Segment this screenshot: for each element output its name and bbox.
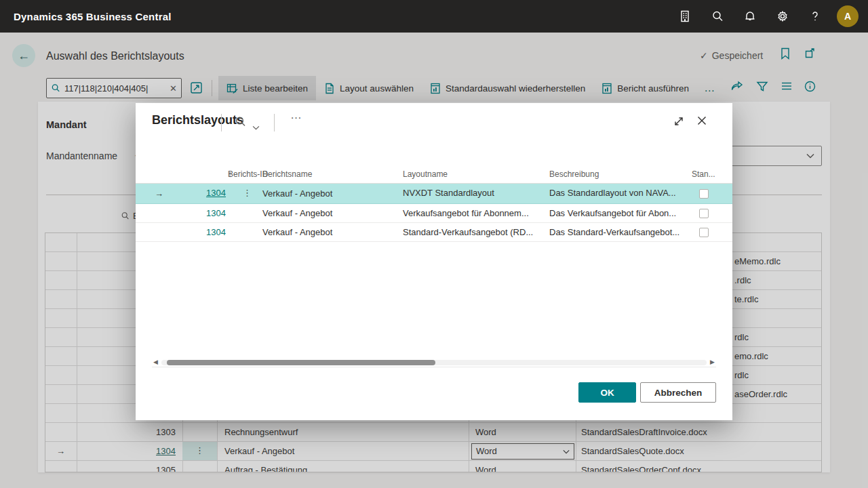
close-dialog-icon[interactable] xyxy=(696,115,708,129)
column-header-berichtsname[interactable]: Berichtsname xyxy=(262,165,312,183)
report-id-link[interactable]: 1304 xyxy=(163,184,226,203)
notifications-icon[interactable] xyxy=(734,0,766,33)
report-id-link[interactable]: 1304 xyxy=(163,223,226,242)
report-name-cell: Verkauf - Angebot xyxy=(262,184,332,204)
sort-ascending-icon: ↑ xyxy=(228,165,232,183)
row-ellipsis-icon[interactable]: ⋮ xyxy=(243,184,252,203)
scrollbar-track[interactable] xyxy=(161,360,707,365)
app-title: Dynamics 365 Business Central xyxy=(14,11,172,22)
dialog-table-rows: → 1304 ⋮ Verkauf - Angebot NVXDT Standar… xyxy=(136,184,732,242)
column-header-standard[interactable]: Stan... xyxy=(692,165,715,183)
report-name-cell: Verkauf - Angebot xyxy=(262,223,332,242)
avatar-initial: A xyxy=(837,5,859,27)
standard-checkbox[interactable] xyxy=(699,189,709,199)
layout-row-selected[interactable]: → 1304 ⋮ Verkauf - Angebot NVXDT Standar… xyxy=(136,184,732,204)
dialog-search-chevron-icon[interactable] xyxy=(252,121,260,133)
layout-name-cell: NVXDT Standardlayout xyxy=(403,184,494,203)
berichtslayouts-dialog: Berichtslayouts … Berichts-ID ↑ Berichts… xyxy=(136,103,732,420)
topbar-icons: A xyxy=(669,0,864,33)
report-id-link[interactable]: 1304 xyxy=(163,204,226,223)
dialog-more-icon[interactable]: … xyxy=(290,108,303,122)
layout-name-cell: Standard-Verkaufsangebot (RD... xyxy=(403,223,533,242)
company-icon[interactable] xyxy=(669,0,701,33)
report-name-cell: Verkauf - Angebot xyxy=(262,204,332,223)
layout-row[interactable]: 1304 Verkauf - Angebot Verkaufsangebot f… xyxy=(136,204,732,223)
screen: Dynamics 365 Business Central A ← xyxy=(0,0,868,488)
dialog-table-header: Berichts-ID ↑ Berichtsname Layoutname Be… xyxy=(136,165,732,184)
layout-name-cell: Verkaufsangebot für Abonnem... xyxy=(403,204,529,223)
layout-row[interactable]: 1304 Verkauf - Angebot Standard-Verkaufs… xyxy=(136,223,732,242)
settings-gear-icon[interactable] xyxy=(766,0,799,33)
cancel-button[interactable]: Abbrechen xyxy=(640,382,716,403)
search-icon[interactable] xyxy=(701,0,734,33)
standard-checkbox[interactable] xyxy=(699,209,709,218)
standard-checkbox[interactable] xyxy=(699,228,709,237)
dialog-title: Berichtslayouts xyxy=(152,113,243,127)
scroll-right-icon[interactable]: ▶ xyxy=(710,359,715,365)
dialog-divider xyxy=(274,114,275,131)
scroll-left-icon[interactable]: ◀ xyxy=(153,359,158,365)
column-header-beschreibung[interactable]: Beschreibung xyxy=(549,165,599,183)
dialog-divider xyxy=(221,114,222,131)
column-header-layoutname[interactable]: Layoutname xyxy=(403,165,448,183)
horizontal-scrollbar[interactable]: ◀ ▶ xyxy=(152,358,716,367)
dialog-search-icon[interactable] xyxy=(235,116,246,130)
description-cell: Das Standard-Verkaufsangebot... xyxy=(549,223,679,242)
description-cell: Das Standardlayout von NAVA... xyxy=(549,184,676,203)
account-avatar[interactable]: A xyxy=(831,0,864,33)
ok-button[interactable]: OK xyxy=(578,382,636,403)
description-cell: Das Verkaufsangebot für Abon... xyxy=(549,204,676,223)
top-bar: Dynamics 365 Business Central A xyxy=(0,0,868,33)
scrollbar-thumb[interactable] xyxy=(167,360,435,365)
help-icon[interactable] xyxy=(799,0,831,33)
expand-dialog-icon[interactable] xyxy=(673,115,685,130)
